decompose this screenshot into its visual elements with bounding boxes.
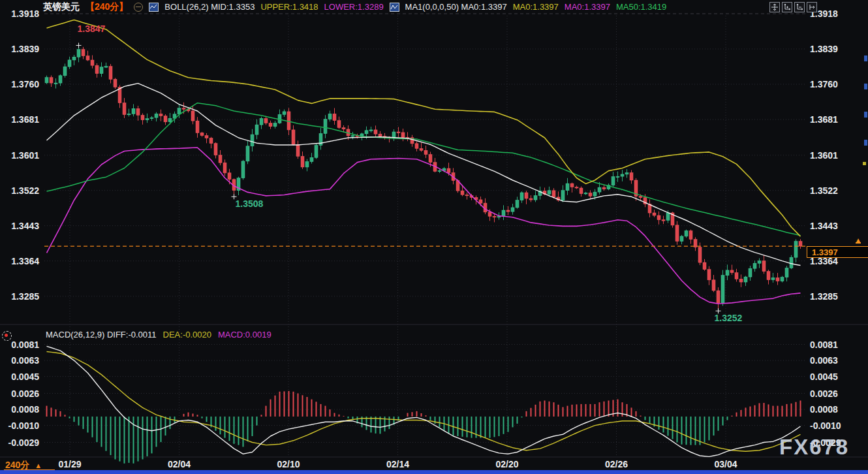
ma-indicator-icon[interactable] — [390, 3, 399, 12]
price-axis-label-right: 1.3681 — [810, 114, 848, 125]
chart-canvas[interactable] — [0, 0, 868, 474]
trading-chart-window: 英镑美元 【240分】 BOLL(26,2) MID:1.3353 UPPER:… — [0, 0, 868, 474]
macd-axis-label-left: 0.0026 — [1, 388, 39, 399]
ma50-label: MA50:1.3419 — [616, 2, 666, 12]
macd-diff-label: MACD(26,12,9) DIFF:-0.0011 — [46, 330, 157, 340]
right-edge-clipped-marker — [863, 162, 866, 165]
macd-axis-label-left: -0.0010 — [1, 420, 39, 431]
price-axis-label-right: 1.3443 — [810, 221, 848, 231]
price-axis-label-left: 1.3443 — [1, 221, 39, 231]
right-edge-clipped-text-fragment — [864, 55, 867, 61]
price-axis-label-left: 1.3760 — [1, 79, 39, 89]
price-axis-label-right: 1.3285 — [810, 291, 848, 302]
boll-values-label: BOLL(26,2) MID:1.3353 — [164, 2, 255, 12]
macd-axis-label-right: 0.0063 — [810, 355, 848, 366]
price-axis-label-right: 1.3839 — [810, 44, 848, 54]
ma0-magenta-label: MA0:1.3397 — [565, 2, 610, 12]
date-axis-label: 02/10 — [268, 459, 309, 469]
macd-value-label: MACD:0.0019 — [218, 330, 271, 340]
price-axis-label-right: 1.3522 — [810, 185, 848, 196]
ma1-values-label: MA1(0,0,0,50) MA0:1.3397 — [405, 2, 507, 12]
date-axis-label: 03/04 — [705, 459, 747, 469]
macd-axis-label-left: 0.0063 — [1, 355, 39, 366]
pan-cross-icon[interactable] — [769, 2, 780, 12]
last-price-value: 1.3397 — [812, 247, 838, 257]
date-axis-label: 02/04 — [159, 459, 200, 469]
marked-low2-label: 1.3252 — [702, 313, 754, 323]
macd-axis-label-right: 0.0008 — [810, 404, 848, 415]
axis-zoom-out-icon[interactable] — [794, 2, 805, 12]
price-axis-label-left: 1.3285 — [1, 291, 39, 302]
right-edge-clipped-text-fragment — [864, 140, 867, 146]
macd-axis-label-left: 0.0045 — [1, 371, 39, 382]
date-axis-label: 02/14 — [377, 459, 419, 469]
right-edge-clipped-text-fragment — [864, 84, 867, 89]
price-axis-label-right: 1.3760 — [810, 79, 848, 89]
chart-toolbar — [769, 2, 817, 12]
macd-axis-label-right: 0.0081 — [810, 340, 848, 350]
date-axis-label: 02/26 — [596, 459, 638, 469]
bottom-blue-bar — [0, 470, 868, 474]
macd-axis-label-left: -0.0029 — [1, 437, 39, 448]
price-axis-label-left: 1.3522 — [1, 185, 39, 196]
symbol-title: 英镑美元 — [43, 1, 80, 13]
shift-right-icon[interactable] — [807, 2, 817, 12]
last-price-tag: 1.3397 — [807, 246, 868, 258]
price-axis-label-left: 1.3601 — [1, 150, 39, 161]
macd-header: MACD(26,12,9) DIFF:-0.0011 DEA:-0.0020 M… — [46, 330, 271, 340]
price-axis-label-left: 1.3918 — [1, 8, 39, 19]
expand-arrow-icon: ▲ — [35, 462, 42, 469]
price-axis-label-left: 1.3364 — [1, 256, 39, 266]
date-axis-label: 02/20 — [486, 459, 528, 469]
macd-axis-label-right: 0.0026 — [810, 388, 848, 399]
boll-indicator-icon[interactable] — [149, 3, 159, 12]
collapse-icon[interactable] — [134, 3, 143, 12]
macd-axis-label-right: 0.0045 — [810, 371, 848, 382]
price-axis-label-left: 1.3839 — [1, 44, 39, 54]
macd-axis-label-left: 0.0008 — [1, 404, 39, 415]
price-axis-label-right: 1.3601 — [810, 150, 848, 161]
macd-panel-icon[interactable] — [2, 331, 12, 341]
right-edge-clipped-text-fragment — [864, 112, 867, 118]
marked-high-label: 1.3847 — [65, 24, 117, 34]
price-axis-label-left: 1.3681 — [1, 114, 39, 125]
chart-header: 英镑美元 【240分】 BOLL(26,2) MID:1.3353 UPPER:… — [43, 1, 666, 12]
date-axis-label: 01/29 — [49, 459, 91, 469]
marked-low1-label: 1.3508 — [223, 198, 275, 209]
price-up-arrow-icon: ▲ — [855, 237, 861, 244]
watermark: FX678 — [779, 435, 849, 460]
macd-axis-label-right: -0.0010 — [810, 420, 848, 431]
macd-dea-label: DEA:-0.0020 — [163, 330, 211, 340]
period-label[interactable]: 【240分】 — [85, 1, 128, 13]
boll-lower-label: LOWER:1.3289 — [324, 2, 384, 12]
boll-upper-label: UPPER:1.3418 — [260, 2, 318, 12]
axis-zoom-in-icon[interactable] — [782, 2, 792, 12]
ma0-yellow-label: MA0:1.3397 — [513, 2, 559, 12]
